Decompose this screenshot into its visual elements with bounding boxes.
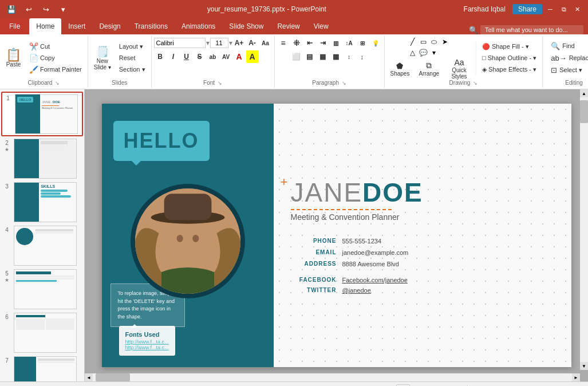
slides-label: Slides (109, 79, 129, 86)
format-painter-button[interactable]: 🖌️ Format Painter (26, 64, 85, 74)
profile-circle (131, 184, 245, 298)
align-center-button[interactable]: ▤ (303, 50, 316, 63)
close-button[interactable]: ✕ (572, 3, 583, 15)
slide-thumb-4[interactable]: 4 (1, 224, 83, 267)
decrease-indent-button[interactable]: ⇤ (303, 37, 316, 49)
font-color-button[interactable]: A (233, 50, 246, 63)
scroll-right-button[interactable]: ► (572, 373, 580, 381)
email-label: EMAIL (291, 249, 337, 256)
shapes-palette: ╱ ▭ ⬭ ➤ △ 💬 ▾ (407, 37, 453, 58)
font-name-input[interactable] (154, 38, 206, 48)
underline-button[interactable]: U (180, 50, 193, 63)
align-text-button[interactable]: ⊞ (356, 37, 369, 49)
tab-design[interactable]: Design (92, 18, 127, 34)
undo-button[interactable]: ↩ (22, 2, 35, 16)
slide-img-4 (14, 226, 77, 266)
slide-show-button[interactable]: ▶ (448, 384, 461, 387)
char-spacing-button[interactable]: AV (220, 50, 232, 63)
slide-left-panel: HELLO (102, 104, 274, 367)
vertical-scrollbar[interactable]: ▲ ▼ (580, 89, 588, 370)
slide-thumb-1[interactable]: 1 HELLO JANE DOE Meeting & Convention Pl… (1, 92, 83, 136)
zoom-out-button[interactable]: − (473, 384, 487, 387)
shape-oval[interactable]: ⬭ (429, 37, 439, 47)
justify-button[interactable]: ▩ (330, 50, 342, 63)
font-size-input[interactable] (210, 38, 228, 48)
fit-to-window-button[interactable]: ⊡ (570, 384, 583, 387)
customize-qat-button[interactable]: ▾ (56, 2, 70, 16)
shape-outline-button[interactable]: □ Shape Outline - ▾ (479, 53, 540, 63)
replace-button[interactable]: ab→ Replace ▾ (547, 52, 588, 64)
tab-view[interactable]: View (307, 18, 336, 34)
normal-view-button[interactable]: ⬜ (396, 384, 410, 387)
shape-fill-button[interactable]: 🔴 Shape Fill - ▾ (479, 41, 540, 52)
find-button[interactable]: 🔍 Find (547, 40, 588, 52)
zoom-in-button[interactable]: + (538, 384, 551, 387)
text-highlight-button[interactable]: A (246, 50, 259, 63)
svg-point-6 (192, 235, 199, 242)
scroll-up-button[interactable]: ▲ (580, 89, 588, 97)
arrange-button[interactable]: ⧉ Arrange (415, 58, 443, 79)
slide-thumb-3[interactable]: 3 SKILLS (1, 181, 83, 223)
increase-indent-button[interactable]: ⇥ (317, 37, 329, 49)
decrease-font-button[interactable]: A- (246, 37, 259, 49)
shape-effects-button[interactable]: ◈ Shape Effects - ▾ (479, 64, 540, 74)
restore-button[interactable]: ⧉ (558, 3, 570, 15)
shape-arrow[interactable]: ➤ (440, 37, 450, 47)
scroll-left-button[interactable]: ◄ (85, 373, 93, 381)
shape-callout[interactable]: 💬 (418, 48, 428, 58)
fonts-link-2[interactable]: http://www.f...ta.c... (125, 345, 169, 350)
shape-line[interactable]: ╱ (407, 37, 417, 47)
tab-file[interactable]: File (0, 18, 29, 34)
quick-styles-button[interactable]: Aa Quick Styles (445, 58, 473, 79)
horizontal-scrollbar[interactable]: ◄ ► (85, 373, 580, 381)
fonts-link-1[interactable]: http://www.f...ta.c... (125, 339, 169, 345)
slide-thumb-2[interactable]: 2★ (1, 137, 83, 180)
reading-view-button[interactable]: 📖 (431, 384, 444, 387)
shape-more[interactable]: ▾ (429, 48, 439, 58)
bullets-button[interactable]: ≡ (277, 37, 290, 49)
paste-button[interactable]: 📋 Paste (2, 41, 25, 74)
tab-insert[interactable]: Insert (61, 18, 92, 34)
save-button[interactable]: 💾 (5, 2, 18, 16)
slide-thumb-5[interactable]: 5★ (1, 268, 83, 310)
align-right-button[interactable]: ▦ (317, 50, 329, 63)
new-slide-button[interactable]: 🗒️ New Slide ▾ (90, 41, 115, 74)
smartart-button[interactable]: 💡 (369, 37, 382, 49)
bold-button[interactable]: B (154, 50, 167, 63)
section-button[interactable]: Section ▾ (116, 64, 149, 74)
italic-button[interactable]: I (167, 50, 180, 63)
redo-button[interactable]: ↪ (39, 2, 53, 16)
layout-button[interactable]: Layout ▾ (116, 41, 149, 52)
columns-button[interactable]: ▥ (330, 37, 342, 49)
shapes-button[interactable]: ⬟ Shapes (387, 58, 413, 79)
tab-review[interactable]: Review (270, 18, 306, 34)
scroll-h-track[interactable] (93, 373, 572, 381)
select-button[interactable]: ⊡ Select ▾ (547, 64, 588, 76)
tab-transitions[interactable]: Transitions (128, 18, 175, 34)
shape-rect[interactable]: ▭ (418, 37, 428, 47)
align-left-button[interactable]: ⬜ (290, 50, 303, 63)
line-spacing-button[interactable]: ↕ (343, 50, 356, 63)
slide-thumb-7[interactable]: 7 (1, 355, 83, 381)
paragraph-spacing-button[interactable]: ↨ (356, 50, 369, 63)
reset-button[interactable]: Reset (116, 53, 149, 63)
text-direction-button[interactable]: ↕A (343, 37, 356, 49)
tab-slideshow[interactable]: Slide Show (222, 18, 270, 34)
numbering-button[interactable]: ⁜ (290, 37, 303, 49)
strikethrough-button[interactable]: S (194, 50, 206, 63)
cut-button[interactable]: ✂️ Cut (26, 41, 85, 52)
tab-home[interactable]: Home (29, 18, 61, 34)
tab-animations[interactable]: Animations (175, 18, 222, 34)
copy-button[interactable]: 📄 Copy (26, 53, 85, 63)
minimize-button[interactable]: ─ (544, 3, 556, 15)
scroll-v-track[interactable] (580, 97, 588, 362)
search-box[interactable]: Tell me what you want to do... (480, 25, 583, 34)
clear-format-button[interactable]: Aa (259, 37, 272, 49)
slide-sorter-button[interactable]: ⊞ (413, 384, 427, 387)
increase-font-button[interactable]: A+ (233, 37, 246, 49)
slide-thumb-6[interactable]: 6 (1, 312, 83, 354)
share-button[interactable]: Share (512, 4, 542, 14)
shadow-button[interactable]: ab (207, 50, 219, 63)
shape-tri[interactable]: △ (407, 48, 417, 58)
scroll-down-button[interactable]: ▼ (580, 362, 588, 370)
